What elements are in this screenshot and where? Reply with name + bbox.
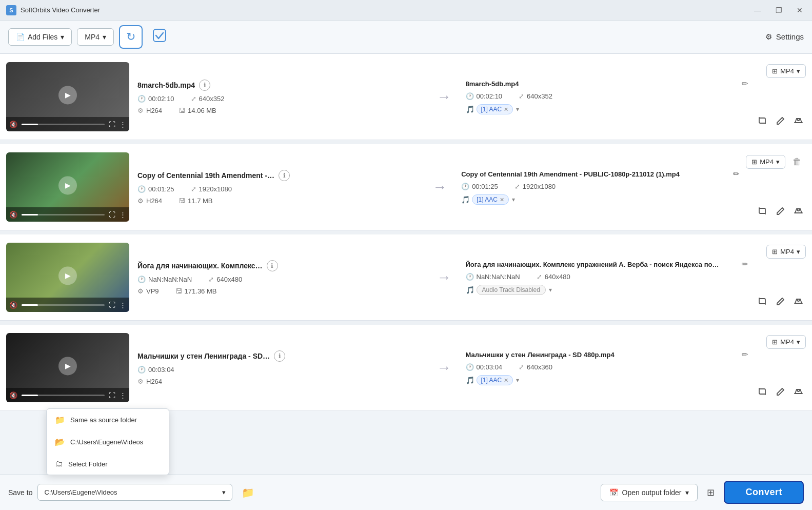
settings-icon-button[interactable] xyxy=(791,295,806,310)
info-icon[interactable]: ℹ xyxy=(199,80,210,91)
save-dropdown-item[interactable]: 📂 C:\Users\Eugene\Videos xyxy=(47,431,169,453)
edit-icon-button[interactable] xyxy=(773,114,788,129)
add-files-label: Add Files xyxy=(28,33,57,41)
mute-icon[interactable]: 🔇 xyxy=(9,391,17,399)
edit-filename-button[interactable]: ✏ xyxy=(742,260,748,269)
more-options-icon[interactable]: ⋮ xyxy=(120,391,126,399)
play-overlay[interactable]: ▶ xyxy=(58,176,77,194)
audio-dropdown-button[interactable]: ▾ xyxy=(512,196,515,203)
crop-icon-button[interactable] xyxy=(755,204,770,220)
add-files-button[interactable]: 📄 Add Files ▾ xyxy=(8,28,72,46)
save-dropdown: 📁 Same as source folder📂 C:\Users\Eugene… xyxy=(46,408,169,475)
thumb-progress-bar xyxy=(22,395,105,396)
audio-remove-button[interactable]: ✕ xyxy=(504,106,508,113)
settings-icon-button[interactable] xyxy=(791,385,806,400)
expand-icon: ⤢ xyxy=(514,183,520,190)
input-meta-codec: ⚙ H264 xyxy=(137,378,421,385)
mute-icon[interactable]: 🔇 xyxy=(9,211,17,219)
action-icons-row xyxy=(755,385,806,400)
play-overlay[interactable]: ▶ xyxy=(58,357,77,375)
grid-icon: ⊞ xyxy=(772,67,778,75)
more-options-icon[interactable]: ⋮ xyxy=(120,121,126,128)
input-file-name: Йога для начинающих. Комплекс… xyxy=(137,262,263,270)
edit-icon-button[interactable] xyxy=(773,385,788,400)
crop-icon-button[interactable] xyxy=(755,385,770,400)
audio-track-badge: [1] AAC ✕ xyxy=(472,194,509,205)
audio-dropdown-button[interactable]: ▾ xyxy=(516,377,519,384)
input-file-name: Copy of Centennial 19th Amendment -… xyxy=(137,171,274,180)
edit-filename-button[interactable]: ✏ xyxy=(742,350,748,359)
settings-icon-button[interactable] xyxy=(791,114,806,129)
minimize-button[interactable]: — xyxy=(751,5,764,15)
clock-icon: 🕐 xyxy=(137,185,146,193)
input-size: 🖫 171.36 MB xyxy=(175,287,217,295)
open-output-button[interactable]: 📅 Open output folder ▾ xyxy=(601,484,698,501)
output-meta-audio: 🎵 [1] AAC ✕ ▾ xyxy=(466,104,749,114)
output-format-button[interactable]: ⊞ MP4 ▾ xyxy=(746,155,785,169)
grid-icon: ⊞ xyxy=(772,248,778,256)
save-dropdown-item[interactable]: 🗂 Select Folder xyxy=(47,453,169,475)
close-button[interactable]: ✕ xyxy=(794,5,806,15)
more-options-icon[interactable]: ⋮ xyxy=(120,301,126,309)
maximize-button[interactable]: ❐ xyxy=(773,5,785,15)
info-icon[interactable]: ℹ xyxy=(267,260,278,271)
fullscreen-icon[interactable]: ⛶ xyxy=(109,391,115,399)
audio-remove-button[interactable]: ✕ xyxy=(500,197,504,203)
edit-icon-button[interactable] xyxy=(773,295,788,310)
save-to-input[interactable]: C:\Users\Eugene\Videos ▾ xyxy=(37,484,232,501)
thumbnail: ▶ 🔇 ⛶ ⋮ xyxy=(6,243,129,312)
output-meta-audio: 🎵 [1] AAC ✕ ▾ xyxy=(466,375,749,385)
delete-button[interactable]: 🗑 xyxy=(788,154,806,169)
settings-icon-button[interactable] xyxy=(791,205,806,220)
audio-dropdown-button[interactable]: ▾ xyxy=(549,286,552,293)
refresh-button[interactable]: ↻ xyxy=(119,25,143,49)
more-options-icon[interactable]: ⋮ xyxy=(120,211,126,219)
expand-icon: ⤢ xyxy=(537,273,542,281)
input-resolution-value: 1920x1080 xyxy=(199,185,232,193)
svg-point-4 xyxy=(798,389,800,391)
output-duration-value: 00:02:10 xyxy=(477,92,503,100)
thumb-controls: 🔇 ⛶ ⋮ xyxy=(6,207,129,222)
format-button[interactable]: MP4 ▾ xyxy=(77,28,114,46)
file-info: Йога для начинающих. Комплекс… ℹ 🕐 NaN:N… xyxy=(129,243,429,312)
batch-icon-button[interactable]: ⊞ xyxy=(703,485,719,500)
edit-filename-button[interactable]: ✏ xyxy=(742,79,748,88)
convert-button[interactable]: Convert xyxy=(724,481,804,504)
add-files-chevron-icon: ▾ xyxy=(61,33,64,41)
format-label: MP4 xyxy=(85,33,100,41)
file-plus-icon: 📄 xyxy=(16,33,25,41)
info-icon[interactable]: ℹ xyxy=(279,170,290,181)
info-icon[interactable]: ℹ xyxy=(274,350,285,362)
arrow: → xyxy=(424,152,455,222)
input-codec-value: H264 xyxy=(146,378,162,385)
edit-icon-button[interactable] xyxy=(773,205,788,220)
settings-button[interactable]: ⚙ Settings xyxy=(765,32,804,42)
mute-icon[interactable]: 🔇 xyxy=(9,301,17,309)
input-meta-codec: ⚙ VP9 🖫 171.36 MB xyxy=(137,287,421,295)
play-overlay[interactable]: ▶ xyxy=(58,266,77,285)
fullscreen-icon[interactable]: ⛶ xyxy=(109,211,115,219)
output-format-button[interactable]: ⊞ MP4 ▾ xyxy=(766,335,806,349)
audio-dropdown-button[interactable]: ▾ xyxy=(516,106,519,113)
audio-disabled-badge: Audio Track Disabled xyxy=(477,285,546,295)
edit-filename-button[interactable]: ✏ xyxy=(733,169,740,179)
audio-badge-container: 🎵 [1] AAC ✕ ▾ xyxy=(466,104,520,114)
mute-icon[interactable]: 🔇 xyxy=(9,121,17,128)
storage-icon: 🖫 xyxy=(179,107,185,114)
file-row: ▶ 🔇 ⛶ ⋮ Йога для начинающих. Комплекс… ℹ… xyxy=(0,234,812,321)
output-controls: ⊞ MP4 ▾ xyxy=(755,243,806,312)
fullscreen-icon[interactable]: ⛶ xyxy=(109,301,115,309)
output-format-button[interactable]: ⊞ MP4 ▾ xyxy=(766,64,806,78)
save-dropdown-item[interactable]: 📁 Same as source folder xyxy=(47,409,169,431)
file-row: ▶ 🔇 ⛶ ⋮ Copy of Centennial 19th Amendmen… xyxy=(0,144,812,230)
crop-icon-button[interactable] xyxy=(755,295,770,310)
check-button[interactable] xyxy=(148,25,171,49)
output-format-button[interactable]: ⊞ MP4 ▾ xyxy=(766,245,806,259)
fullscreen-icon[interactable]: ⛶ xyxy=(109,121,115,128)
play-overlay[interactable]: ▶ xyxy=(58,86,77,104)
output-file-name: Мальчишки у стен Ленинграда - SD 480p.mp… xyxy=(466,351,738,359)
browse-folder-button[interactable]: 📁 xyxy=(237,484,259,501)
crop-icon-button[interactable] xyxy=(755,114,770,129)
audio-remove-button[interactable]: ✕ xyxy=(504,377,508,384)
output-format-label: MP4 xyxy=(780,248,794,256)
